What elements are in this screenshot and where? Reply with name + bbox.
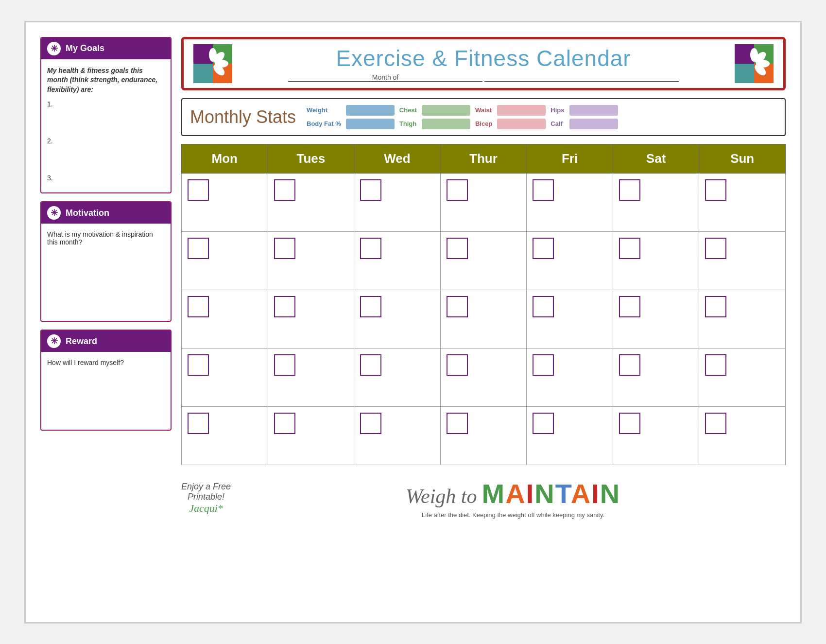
calendar-day-cell [268, 173, 354, 231]
calendar-day-cell [182, 231, 268, 290]
day-header-fri: Fri [527, 144, 613, 173]
goals-intro-suffix: ) are: [77, 86, 93, 93]
day-checkbox[interactable] [619, 296, 640, 317]
calendar-day-cell [354, 290, 441, 348]
day-checkbox[interactable] [619, 179, 640, 201]
day-checkbox[interactable] [274, 413, 295, 434]
day-checkbox[interactable] [533, 296, 554, 317]
svg-rect-3 [193, 64, 213, 83]
enjoy-line1: Enjoy a Free [181, 482, 231, 491]
day-header-sun: Sun [699, 144, 786, 173]
day-checkbox[interactable] [447, 354, 468, 376]
calendar-week-row [182, 406, 786, 465]
waist-label: Waist [475, 106, 492, 114]
day-checkbox[interactable] [705, 296, 726, 317]
calendar-day-cell [268, 348, 354, 406]
motivation-header: ✳ Motivation [41, 202, 171, 224]
goals-star-icon: ✳ [47, 42, 61, 55]
day-checkbox[interactable] [705, 179, 726, 201]
day-checkbox[interactable] [619, 238, 640, 259]
calendar-day-cell [699, 173, 786, 231]
day-checkbox[interactable] [619, 354, 640, 376]
day-checkbox[interactable] [533, 413, 554, 434]
goals-title: My Goals [66, 43, 104, 53]
day-checkbox[interactable] [533, 238, 554, 259]
header-box: Exercise & Fitness Calendar Month of [181, 37, 786, 90]
i-letter: I [526, 478, 535, 509]
day-checkbox[interactable] [188, 296, 209, 317]
calendar-day-cell [440, 348, 527, 406]
calendar-day-cell [182, 173, 268, 231]
n2-letter: N [534, 478, 555, 509]
day-checkbox[interactable] [360, 354, 381, 376]
calendar-table: Mon Tues Wed Thur Fri Sat Sun [181, 144, 786, 465]
goal-item-3: 3. [47, 174, 165, 182]
motivation-section: ✳ Motivation What is my motivation & ins… [40, 201, 172, 322]
footer-tagline: Life after the diet. Keeping the weight … [241, 511, 786, 519]
main-content: Exercise & Fitness Calendar Month of [181, 37, 786, 519]
day-checkbox[interactable] [447, 238, 468, 259]
bicep-value-box [497, 119, 546, 129]
day-checkbox[interactable] [533, 354, 554, 376]
day-checkbox[interactable] [360, 179, 381, 201]
weight-label: Weight [307, 106, 341, 114]
day-checkbox[interactable] [619, 413, 640, 434]
day-checkbox[interactable] [188, 413, 209, 434]
flower-logo-left [193, 44, 232, 83]
reward-header: ✳ Reward [41, 331, 171, 352]
goal-label-1: 1. [47, 100, 53, 108]
hips-label: Hips [551, 106, 564, 114]
goals-section: ✳ My Goals My health & fitness goals thi… [40, 37, 172, 194]
chest-value-box [422, 105, 470, 116]
m-letter: M [482, 478, 506, 509]
n3-letter: N [600, 478, 620, 509]
calendar-day-cell [527, 406, 613, 465]
day-header-mon: Mon [182, 144, 268, 173]
day-checkbox[interactable] [188, 179, 209, 201]
calendar-header-row: Mon Tues Wed Thur Fri Sat Sun [182, 144, 786, 173]
day-checkbox[interactable] [705, 354, 726, 376]
day-checkbox[interactable] [447, 179, 468, 201]
calendar-day-cell [613, 173, 699, 231]
reward-section: ✳ Reward How will I reward myself? [40, 330, 172, 431]
brand-logo: Weigh to MAINTAIN [406, 478, 620, 509]
bodyfat-label: Body Fat % [307, 120, 341, 127]
calendar-day-cell [613, 231, 699, 290]
calendar-day-cell [527, 348, 613, 406]
i2-letter: I [591, 478, 600, 509]
calendar-day-cell [527, 290, 613, 348]
bodyfat-value-box [346, 119, 395, 129]
day-checkbox[interactable] [447, 413, 468, 434]
stats-grid: Weight Chest Waist Hips Body Fat % Thigh… [307, 105, 618, 129]
day-checkbox[interactable] [447, 296, 468, 317]
day-checkbox[interactable] [705, 238, 726, 259]
calendar-day-cell [354, 173, 441, 231]
goal-item-2: 2. [47, 137, 165, 145]
day-checkbox[interactable] [188, 354, 209, 376]
calendar-week-row [182, 290, 786, 348]
calendar-day-cell [440, 406, 527, 465]
calendar-day-cell [440, 173, 527, 231]
day-checkbox[interactable] [274, 354, 295, 376]
motivation-body: What is my motivation & inspiration this… [41, 224, 171, 321]
day-checkbox[interactable] [360, 296, 381, 317]
day-checkbox[interactable] [274, 296, 295, 317]
day-checkbox[interactable] [274, 238, 295, 259]
day-header-sat: Sat [613, 144, 699, 173]
flower-logo-right [735, 44, 774, 83]
day-checkbox[interactable] [533, 179, 554, 201]
calf-value-box [569, 119, 618, 129]
bicep-label: Bicep [475, 120, 492, 127]
calendar-day-cell [268, 406, 354, 465]
day-checkbox[interactable] [274, 179, 295, 201]
reward-title: Reward [66, 336, 97, 347]
calendar-week-row [182, 173, 786, 231]
day-checkbox[interactable] [360, 238, 381, 259]
calendar-day-cell [268, 290, 354, 348]
day-header-tues: Tues [268, 144, 354, 173]
calf-label: Calf [551, 120, 564, 127]
day-checkbox[interactable] [360, 413, 381, 434]
day-checkbox[interactable] [705, 413, 726, 434]
calendar-day-cell [354, 348, 441, 406]
day-checkbox[interactable] [188, 238, 209, 259]
